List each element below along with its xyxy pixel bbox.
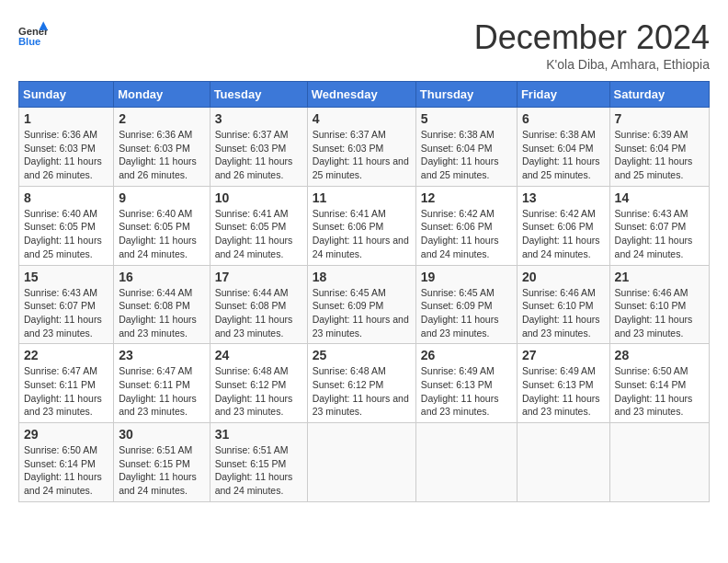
day-number: 9 (119, 190, 204, 205)
day-info: Sunrise: 6:42 AMSunset: 6:06 PMDaylight:… (522, 207, 605, 261)
day-number: 26 (421, 348, 512, 362)
day-info: Sunrise: 6:49 AMSunset: 6:13 PMDaylight:… (522, 364, 605, 419)
calendar-week-row: 15 Sunrise: 6:43 AMSunset: 6:07 PMDaylig… (19, 265, 710, 344)
calendar-table: SundayMondayTuesdayWednesdayThursdayFrid… (18, 81, 710, 502)
calendar-day-cell: 4 Sunrise: 6:37 AMSunset: 6:03 PMDayligh… (307, 108, 415, 187)
day-number: 27 (522, 348, 605, 362)
day-info: Sunrise: 6:45 AMSunset: 6:09 PMDaylight:… (421, 286, 512, 340)
weekday-header-cell: Thursday (415, 82, 517, 108)
calendar-header: SundayMondayTuesdayWednesdayThursdayFrid… (19, 82, 710, 108)
day-info: Sunrise: 6:46 AMSunset: 6:10 PMDaylight:… (615, 286, 704, 340)
weekday-header-cell: Tuesday (210, 82, 307, 108)
day-info: Sunrise: 6:38 AMSunset: 6:04 PMDaylight:… (522, 128, 605, 182)
day-info: Sunrise: 6:42 AMSunset: 6:06 PMDaylight:… (421, 207, 512, 261)
location: K'ola Diba, Amhara, Ethiopia (474, 57, 710, 72)
calendar-day-cell: 8 Sunrise: 6:40 AMSunset: 6:05 PMDayligh… (19, 186, 114, 265)
day-number: 17 (215, 270, 302, 284)
calendar-day-cell (307, 423, 415, 502)
calendar-day-cell (517, 423, 609, 502)
month-title: December 2024 (474, 18, 710, 57)
weekday-header-cell: Monday (114, 82, 210, 108)
day-info: Sunrise: 6:43 AMSunset: 6:07 PMDaylight:… (24, 286, 108, 340)
day-number: 15 (24, 270, 108, 284)
day-number: 24 (215, 348, 302, 362)
day-info: Sunrise: 6:41 AMSunset: 6:05 PMDaylight:… (215, 207, 302, 261)
day-info: Sunrise: 6:51 AMSunset: 6:15 PMDaylight:… (119, 443, 204, 498)
page-header: General Blue December 2024 K'ola Diba, A… (18, 18, 710, 72)
calendar-day-cell: 9 Sunrise: 6:40 AMSunset: 6:05 PMDayligh… (114, 186, 210, 265)
logo: General Blue (18, 18, 48, 48)
weekday-header-cell: Sunday (19, 82, 114, 108)
day-number: 11 (313, 190, 411, 205)
calendar-day-cell: 2 Sunrise: 6:36 AMSunset: 6:03 PMDayligh… (114, 108, 210, 187)
calendar-day-cell: 30 Sunrise: 6:51 AMSunset: 6:15 PMDaylig… (114, 423, 210, 502)
day-number: 30 (119, 427, 204, 442)
calendar-day-cell: 18 Sunrise: 6:45 AMSunset: 6:09 PMDaylig… (307, 265, 415, 344)
day-number: 21 (615, 270, 704, 284)
calendar-day-cell: 26 Sunrise: 6:49 AMSunset: 6:13 PMDaylig… (415, 344, 517, 423)
calendar-day-cell: 17 Sunrise: 6:44 AMSunset: 6:08 PMDaylig… (210, 265, 307, 344)
day-info: Sunrise: 6:45 AMSunset: 6:09 PMDaylight:… (313, 286, 411, 340)
calendar-day-cell: 19 Sunrise: 6:45 AMSunset: 6:09 PMDaylig… (415, 265, 517, 344)
day-number: 20 (522, 270, 605, 284)
day-info: Sunrise: 6:46 AMSunset: 6:10 PMDaylight:… (522, 286, 605, 340)
calendar-week-row: 22 Sunrise: 6:47 AMSunset: 6:11 PMDaylig… (19, 344, 710, 423)
day-number: 5 (421, 111, 512, 126)
calendar-day-cell: 16 Sunrise: 6:44 AMSunset: 6:08 PMDaylig… (114, 265, 210, 344)
day-number: 16 (119, 270, 204, 284)
day-info: Sunrise: 6:36 AMSunset: 6:03 PMDaylight:… (119, 128, 204, 182)
calendar-day-cell: 27 Sunrise: 6:49 AMSunset: 6:13 PMDaylig… (517, 344, 609, 423)
day-info: Sunrise: 6:43 AMSunset: 6:07 PMDaylight:… (615, 207, 704, 261)
day-number: 4 (313, 111, 411, 126)
calendar-day-cell: 7 Sunrise: 6:39 AMSunset: 6:04 PMDayligh… (609, 108, 709, 187)
calendar-week-row: 1 Sunrise: 6:36 AMSunset: 6:03 PMDayligh… (19, 108, 710, 187)
day-info: Sunrise: 6:50 AMSunset: 6:14 PMDaylight:… (24, 443, 108, 498)
calendar-day-cell: 29 Sunrise: 6:50 AMSunset: 6:14 PMDaylig… (19, 423, 114, 502)
day-info: Sunrise: 6:38 AMSunset: 6:04 PMDaylight:… (421, 128, 512, 182)
day-number: 14 (615, 190, 704, 205)
calendar-day-cell: 6 Sunrise: 6:38 AMSunset: 6:04 PMDayligh… (517, 108, 609, 187)
calendar-body: 1 Sunrise: 6:36 AMSunset: 6:03 PMDayligh… (19, 108, 710, 502)
day-number: 23 (119, 348, 204, 362)
title-block: December 2024 K'ola Diba, Amhara, Ethiop… (474, 18, 710, 72)
day-number: 3 (215, 111, 302, 126)
day-number: 7 (615, 111, 704, 126)
svg-text:Blue: Blue (18, 36, 40, 47)
day-info: Sunrise: 6:51 AMSunset: 6:15 PMDaylight:… (215, 443, 302, 498)
day-info: Sunrise: 6:36 AMSunset: 6:03 PMDaylight:… (24, 128, 108, 182)
weekday-header-cell: Friday (517, 82, 609, 108)
calendar-day-cell: 10 Sunrise: 6:41 AMSunset: 6:05 PMDaylig… (210, 186, 307, 265)
calendar-day-cell: 11 Sunrise: 6:41 AMSunset: 6:06 PMDaylig… (307, 186, 415, 265)
day-info: Sunrise: 6:40 AMSunset: 6:05 PMDaylight:… (119, 207, 204, 261)
calendar-week-row: 29 Sunrise: 6:50 AMSunset: 6:14 PMDaylig… (19, 423, 710, 502)
calendar-day-cell: 15 Sunrise: 6:43 AMSunset: 6:07 PMDaylig… (19, 265, 114, 344)
calendar-day-cell: 13 Sunrise: 6:42 AMSunset: 6:06 PMDaylig… (517, 186, 609, 265)
weekday-header-row: SundayMondayTuesdayWednesdayThursdayFrid… (19, 82, 710, 108)
day-number: 28 (615, 348, 704, 362)
calendar-day-cell: 23 Sunrise: 6:47 AMSunset: 6:11 PMDaylig… (114, 344, 210, 423)
day-info: Sunrise: 6:48 AMSunset: 6:12 PMDaylight:… (313, 364, 411, 419)
calendar-day-cell: 22 Sunrise: 6:47 AMSunset: 6:11 PMDaylig… (19, 344, 114, 423)
calendar-day-cell: 14 Sunrise: 6:43 AMSunset: 6:07 PMDaylig… (609, 186, 709, 265)
calendar-day-cell: 24 Sunrise: 6:48 AMSunset: 6:12 PMDaylig… (210, 344, 307, 423)
calendar-day-cell: 20 Sunrise: 6:46 AMSunset: 6:10 PMDaylig… (517, 265, 609, 344)
weekday-header-cell: Saturday (609, 82, 709, 108)
day-number: 1 (24, 111, 108, 126)
calendar-day-cell: 31 Sunrise: 6:51 AMSunset: 6:15 PMDaylig… (210, 423, 307, 502)
calendar-day-cell: 25 Sunrise: 6:48 AMSunset: 6:12 PMDaylig… (307, 344, 415, 423)
day-info: Sunrise: 6:50 AMSunset: 6:14 PMDaylight:… (615, 364, 704, 419)
calendar-day-cell: 1 Sunrise: 6:36 AMSunset: 6:03 PMDayligh… (19, 108, 114, 187)
calendar-day-cell: 21 Sunrise: 6:46 AMSunset: 6:10 PMDaylig… (609, 265, 709, 344)
day-number: 19 (421, 270, 512, 284)
day-info: Sunrise: 6:41 AMSunset: 6:06 PMDaylight:… (313, 207, 411, 261)
calendar-day-cell: 3 Sunrise: 6:37 AMSunset: 6:03 PMDayligh… (210, 108, 307, 187)
day-info: Sunrise: 6:47 AMSunset: 6:11 PMDaylight:… (119, 364, 204, 419)
day-number: 12 (421, 190, 512, 205)
day-number: 8 (24, 190, 108, 205)
day-info: Sunrise: 6:48 AMSunset: 6:12 PMDaylight:… (215, 364, 302, 419)
day-info: Sunrise: 6:39 AMSunset: 6:04 PMDaylight:… (615, 128, 704, 182)
day-info: Sunrise: 6:40 AMSunset: 6:05 PMDaylight:… (24, 207, 108, 261)
day-number: 2 (119, 111, 204, 126)
day-number: 18 (313, 270, 411, 284)
day-info: Sunrise: 6:47 AMSunset: 6:11 PMDaylight:… (24, 364, 108, 419)
